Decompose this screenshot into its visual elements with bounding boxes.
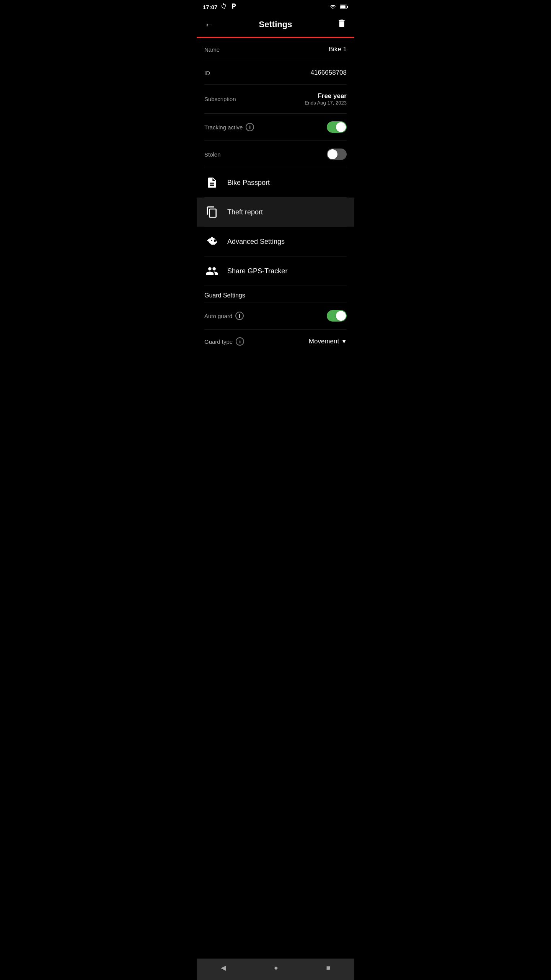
stolen-row: Stolen: [197, 141, 354, 168]
status-bar-left: 17:07: [203, 3, 237, 11]
wifi-icon: [329, 4, 337, 10]
sync-icon: [220, 3, 227, 11]
top-bar: ← Settings: [197, 14, 354, 37]
content: Name Bike 1 ID 4166658708 Subscription F…: [197, 38, 354, 353]
share-gps-item[interactable]: Share GPS-Tracker: [197, 256, 354, 286]
page-title: Settings: [259, 20, 292, 29]
status-time: 17:07: [203, 4, 217, 10]
bike-passport-label: Bike Passport: [227, 179, 270, 187]
auto-guard-toggle-track: [327, 310, 347, 322]
auto-guard-info-icon[interactable]: i: [235, 312, 244, 320]
advanced-settings-item[interactable]: Advanced Settings: [197, 227, 354, 256]
share-gps-label: Share GPS-Tracker: [227, 267, 287, 275]
svg-rect-1: [347, 6, 348, 8]
name-label: Name: [204, 46, 220, 53]
passport-icon: [204, 175, 220, 190]
guard-settings-header: Guard Settings: [197, 286, 354, 302]
rocket-icon: [204, 234, 220, 249]
tracking-row: Tracking active i: [197, 114, 354, 140]
guard-type-value: Movement: [309, 338, 339, 345]
auto-guard-row: Auto guard i: [197, 302, 354, 329]
auto-guard-toggle-thumb: [336, 311, 346, 321]
stolen-toggle-track: [327, 149, 347, 160]
subscription-end-date: Ends Aug 17, 2023: [305, 100, 347, 106]
subscription-value-col: Free year Ends Aug 17, 2023: [305, 92, 347, 106]
tracking-toggle[interactable]: [327, 121, 347, 133]
tracking-toggle-track: [327, 121, 347, 133]
stolen-label: Stolen: [204, 151, 221, 158]
id-label: ID: [204, 70, 210, 76]
tracking-info-icon[interactable]: i: [246, 123, 254, 131]
id-row: ID 4166658708: [197, 61, 354, 84]
stolen-toggle-thumb: [328, 149, 337, 159]
guard-type-label: Guard type i: [204, 337, 244, 346]
guard-type-info-icon[interactable]: i: [236, 337, 244, 346]
parking-icon: [230, 3, 237, 11]
person-share-icon: [204, 263, 220, 279]
guard-type-dropdown[interactable]: Movement ▼: [309, 338, 347, 345]
bike-passport-item[interactable]: Bike Passport: [197, 168, 354, 197]
back-button[interactable]: ←: [203, 17, 216, 32]
auto-guard-label: Auto guard i: [204, 312, 244, 320]
theft-report-label: Theft report: [227, 208, 263, 216]
auto-guard-toggle[interactable]: [327, 310, 347, 322]
status-bar: 17:07: [197, 0, 354, 14]
status-bar-right: [329, 4, 348, 10]
clipboard-icon: [204, 204, 220, 220]
chevron-down-icon: ▼: [341, 338, 347, 345]
guard-type-row: Guard type i Movement ▼: [197, 330, 354, 353]
tracking-label: Tracking active i: [204, 123, 254, 131]
battery-icon: [340, 4, 348, 10]
id-value: 4166658708: [310, 69, 347, 77]
stolen-toggle[interactable]: [327, 149, 347, 160]
subscription-value: Free year: [318, 92, 347, 100]
name-value: Bike 1: [329, 46, 347, 53]
subscription-label: Subscription: [204, 96, 236, 102]
delete-button[interactable]: [335, 17, 348, 32]
subscription-row: Subscription Free year Ends Aug 17, 2023: [197, 85, 354, 113]
theft-report-item[interactable]: Theft report: [197, 198, 354, 227]
name-row: Name Bike 1: [197, 38, 354, 61]
svg-rect-2: [340, 5, 346, 8]
advanced-settings-label: Advanced Settings: [227, 238, 285, 246]
tracking-toggle-thumb: [336, 122, 346, 132]
